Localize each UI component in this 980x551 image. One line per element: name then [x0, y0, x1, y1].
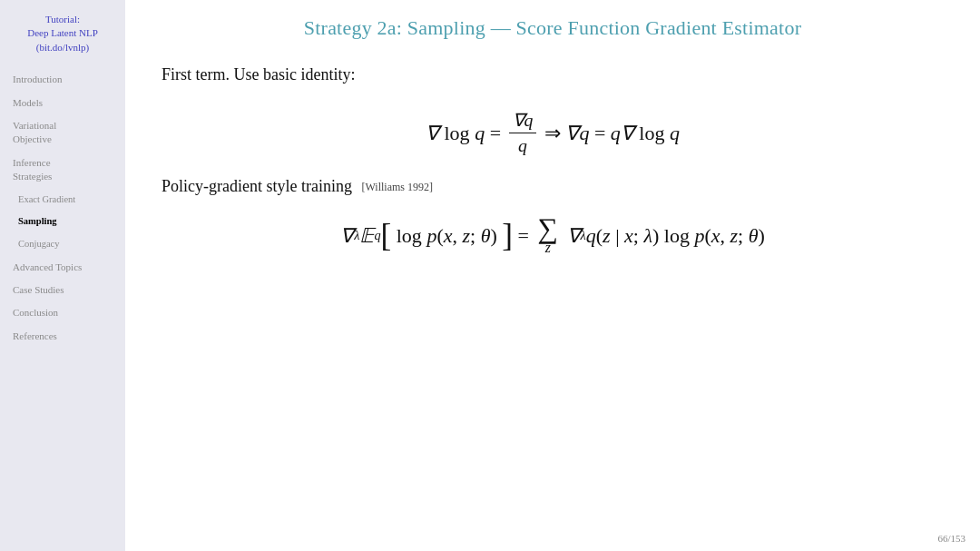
sidebar-nav: Introduction Models VariationalObjective… [7, 71, 118, 345]
sidebar-item-case-studies[interactable]: Case Studies [7, 281, 118, 299]
slide-title: Strategy 2a: Sampling — Score Function G… [162, 16, 944, 40]
math-equation-1: ∇ log q = ∇q q ⇒ ∇q = q∇ log q [162, 110, 944, 157]
sidebar-item-exact-gradient[interactable]: Exact Gradient [7, 192, 118, 209]
sidebar-item-references[interactable]: References [7, 328, 118, 345]
sidebar-item-sampling[interactable]: Sampling [7, 213, 118, 231]
sidebar-item-conjugacy[interactable]: Conjugacy [7, 236, 118, 253]
main-content: Strategy 2a: Sampling — Score Function G… [125, 0, 980, 551]
sidebar-item-variational[interactable]: VariationalObjective [7, 117, 118, 149]
sidebar: Tutorial: Deep Latent NLP (bit.do/lvnlp)… [0, 0, 125, 551]
first-term-text: First term. Use basic identity: [162, 65, 944, 84]
math-equation-2: ∇λ 𝔼q [ log p(x, z; θ) ] = ∑ z ∇λq(z | x… [162, 216, 944, 257]
sidebar-item-models[interactable]: Models [7, 94, 118, 112]
sidebar-item-introduction[interactable]: Introduction [7, 71, 118, 88]
policy-ref: [Williams 1992] [361, 181, 433, 193]
sidebar-title: Tutorial: Deep Latent NLP (bit.do/lvnlp) [27, 13, 98, 54]
policy-gradient-text: Policy-gradient style training [Williams… [162, 177, 944, 196]
sidebar-item-inference[interactable]: InferenceStrategies [7, 154, 118, 186]
page-number: 66/153 [937, 533, 965, 544]
sidebar-item-conclusion[interactable]: Conclusion [7, 304, 118, 321]
sidebar-item-advanced-topics[interactable]: Advanced Topics [7, 259, 118, 276]
